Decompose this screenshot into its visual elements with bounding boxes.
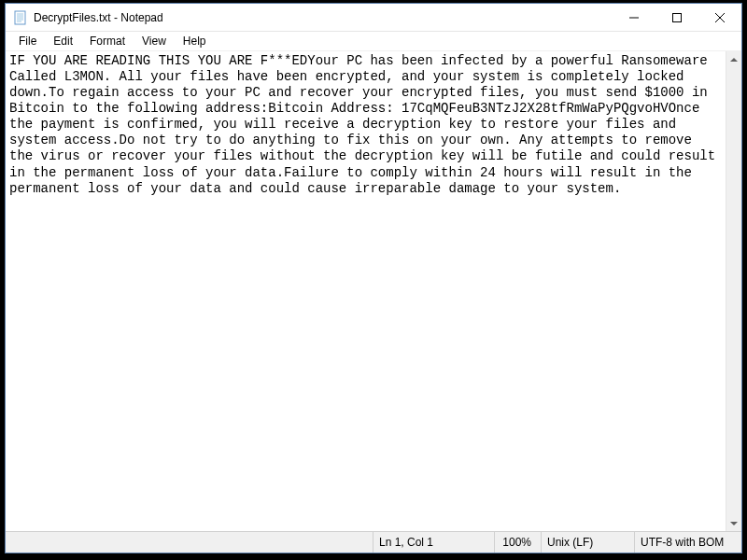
close-button[interactable] — [698, 4, 741, 31]
status-position: Ln 1, Col 1 — [373, 532, 494, 553]
text-editor[interactable]: IF YOU ARE READING THIS YOU ARE F***EDYo… — [6, 51, 726, 531]
menu-format[interactable]: Format — [82, 33, 133, 49]
scrollbar-up-arrow[interactable] — [726, 51, 741, 67]
status-encoding: UTF-8 with BOM — [634, 532, 741, 553]
svg-marker-11 — [730, 522, 738, 525]
editor-container: IF YOU ARE READING THIS YOU ARE F***EDYo… — [6, 50, 741, 531]
menu-view[interactable]: View — [134, 33, 174, 49]
statusbar: Ln 1, Col 1 100% Unix (LF) UTF-8 with BO… — [6, 531, 741, 553]
maximize-button[interactable] — [655, 4, 698, 31]
svg-rect-7 — [673, 13, 682, 21]
notepad-window: DecryptFiles.txt - Notepad File Edit For… — [5, 3, 742, 553]
menubar: File Edit Format View Help — [6, 32, 741, 50]
window-title: DecryptFiles.txt - Notepad — [34, 11, 613, 24]
minimize-button[interactable] — [613, 4, 655, 31]
titlebar[interactable]: DecryptFiles.txt - Notepad — [6, 4, 741, 32]
notepad-icon — [13, 10, 28, 25]
scrollbar-track-area[interactable] — [726, 67, 741, 515]
status-zoom: 100% — [494, 532, 541, 553]
scrollbar-down-arrow[interactable] — [726, 515, 741, 531]
status-line-ending: Unix (LF) — [541, 532, 634, 553]
menu-file[interactable]: File — [11, 33, 44, 49]
svg-marker-10 — [730, 58, 738, 62]
menu-help[interactable]: Help — [176, 33, 214, 49]
menu-edit[interactable]: Edit — [46, 33, 80, 49]
window-controls — [613, 4, 741, 31]
vertical-scrollbar[interactable] — [726, 51, 741, 531]
